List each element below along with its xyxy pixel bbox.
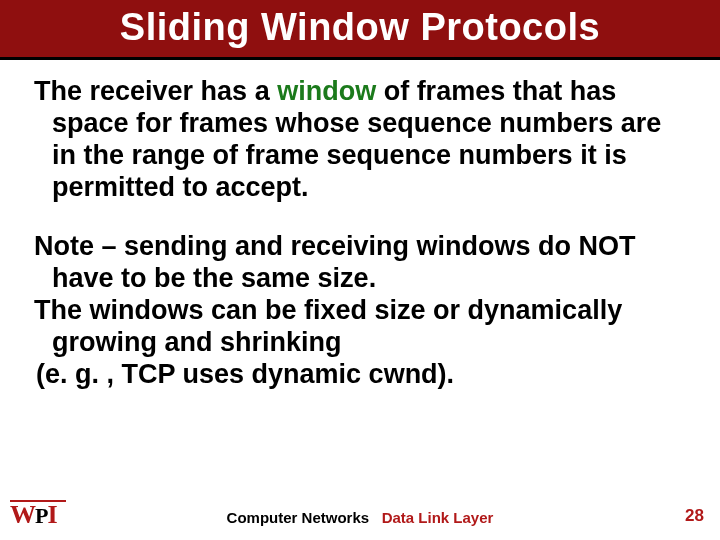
- slide-body: The receiver has a window of frames that…: [0, 60, 720, 391]
- paragraph-note: Note – sending and receiving windows do …: [34, 231, 686, 295]
- footer-center: Computer Networks Data Link Layer: [0, 509, 720, 526]
- slide: Sliding Window Protocols The receiver ha…: [0, 0, 720, 540]
- slide-title: Sliding Window Protocols: [0, 0, 720, 60]
- paragraph-tcp-example: (e. g. , TCP uses dynamic cwnd).: [34, 359, 686, 391]
- paragraph-receiver-window: The receiver has a window of frames that…: [34, 76, 686, 203]
- page-number: 28: [685, 506, 704, 526]
- slide-footer: W P I Computer Networks Data Link Layer …: [0, 502, 720, 530]
- paragraph-fixed-dynamic: The windows can be fixed size or dynamic…: [34, 295, 686, 359]
- footer-topic: Data Link Layer: [382, 509, 494, 526]
- footer-course: Computer Networks: [227, 509, 370, 526]
- text: The receiver has a: [34, 76, 277, 106]
- keyword-window: window: [277, 76, 376, 106]
